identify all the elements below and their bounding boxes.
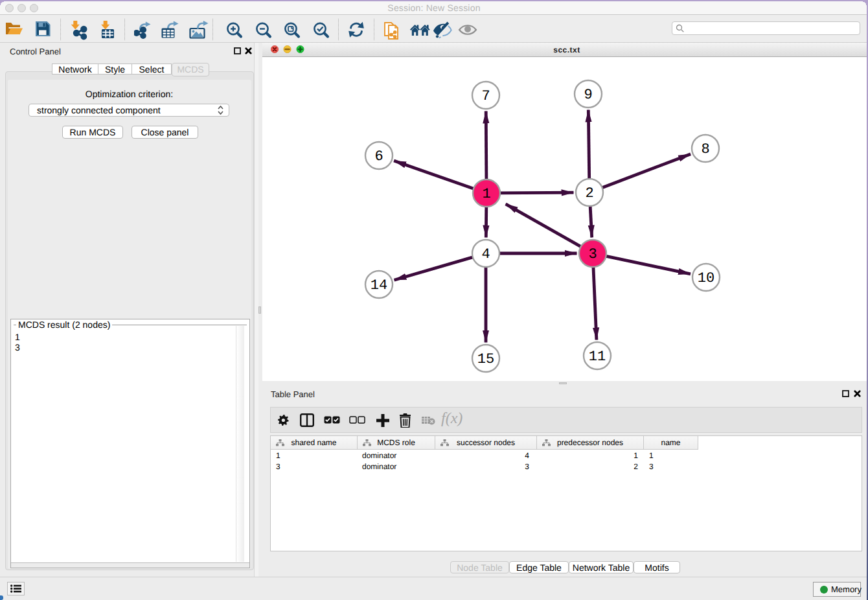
svg-text:1: 1 bbox=[482, 186, 490, 202]
svg-text:15: 15 bbox=[477, 351, 494, 367]
svg-text:8: 8 bbox=[701, 141, 709, 157]
svg-text:3: 3 bbox=[588, 246, 597, 262]
svg-text:11: 11 bbox=[589, 349, 606, 365]
svg-text:10: 10 bbox=[698, 270, 714, 286]
svg-text:9: 9 bbox=[584, 87, 592, 103]
svg-text:6: 6 bbox=[374, 148, 383, 165]
svg-text:7: 7 bbox=[481, 88, 490, 104]
svg-text:2: 2 bbox=[585, 185, 593, 202]
svg-text:4: 4 bbox=[481, 246, 490, 262]
svg-text:14: 14 bbox=[371, 277, 387, 294]
